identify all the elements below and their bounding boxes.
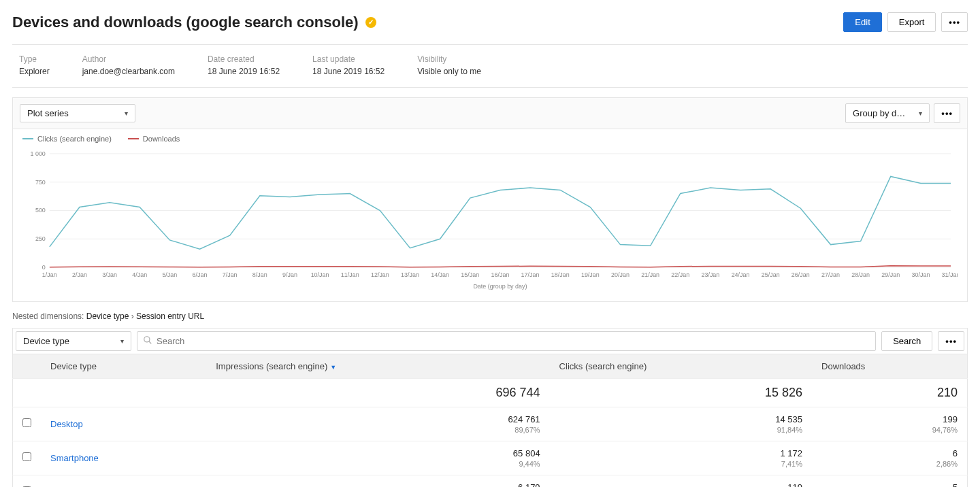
col-clicks[interactable]: Clicks (search engine) — [550, 354, 812, 378]
svg-text:5/Jan: 5/Jan — [162, 271, 177, 278]
table-more-button[interactable]: ••• — [938, 331, 964, 351]
svg-text:11/Jan: 11/Jan — [341, 271, 359, 278]
sort-desc-icon: ▼ — [330, 364, 336, 371]
edit-button[interactable]: Edit — [843, 12, 881, 32]
cell-clicks: 1190,75% — [550, 475, 812, 487]
col-clicks-label: Clicks (search engine) — [559, 361, 647, 371]
legend-downloads-label: Downloads — [143, 135, 180, 143]
row-checkbox[interactable] — [22, 418, 31, 427]
svg-text:4/Jan: 4/Jan — [132, 271, 147, 278]
col-downloads[interactable]: Downloads — [812, 354, 967, 378]
svg-text:500: 500 — [35, 207, 46, 214]
svg-text:6/Jan: 6/Jan — [193, 271, 208, 278]
table-row: Desktop624 76189,67%14 53591,84%19994,76… — [13, 407, 968, 441]
group-by-label: Group by d… — [853, 108, 905, 118]
line-chart: 02505007501 0001/Jan2/Jan3/Jan4/Jan5/Jan… — [22, 148, 958, 291]
more-button[interactable]: ••• — [941, 12, 968, 32]
svg-text:15/Jan: 15/Jan — [461, 271, 479, 278]
svg-text:250: 250 — [35, 235, 46, 242]
svg-text:27/Jan: 27/Jan — [821, 271, 840, 278]
cell-clicks: 1 1727,41% — [550, 441, 812, 475]
col-checkbox — [13, 354, 42, 378]
plot-series-label: Plot series — [27, 108, 69, 118]
svg-text:Date (group by day): Date (group by day) — [473, 283, 527, 290]
chart-more-button[interactable]: ••• — [934, 103, 960, 123]
dimension-select-label: Device type — [23, 336, 69, 346]
chevron-down-icon: ▾ — [125, 110, 128, 117]
meta-visibility-value: Visible only to me — [417, 67, 481, 78]
cell-clicks: 14 53591,84% — [550, 407, 812, 441]
svg-text:29/Jan: 29/Jan — [881, 271, 900, 278]
legend-swatch-downloads — [128, 138, 139, 139]
nested-dim2: Session entry URL — [136, 312, 204, 321]
svg-text:9/Jan: 9/Jan — [282, 271, 297, 278]
svg-text:17/Jan: 17/Jan — [521, 271, 540, 278]
svg-text:28/Jan: 28/Jan — [851, 271, 870, 278]
svg-point-42 — [144, 336, 150, 341]
data-table: Device type Impressions (search engine)▼… — [12, 354, 968, 487]
svg-text:3/Jan: 3/Jan — [102, 271, 117, 278]
svg-text:14/Jan: 14/Jan — [431, 271, 449, 278]
svg-text:24/Jan: 24/Jan — [732, 271, 750, 278]
cell-impressions: 65 8049,44% — [206, 441, 549, 475]
table-total-row: 696 74415 826210 — [13, 378, 968, 407]
status-badge: ✓ — [365, 17, 376, 28]
dimension-select[interactable]: Device type ▾ — [16, 331, 131, 351]
plot-series-select[interactable]: Plot series ▾ — [20, 104, 135, 122]
meta-updated-label: Last update — [312, 54, 385, 64]
svg-text:1 000: 1 000 — [30, 150, 45, 157]
export-button[interactable]: Export — [887, 12, 936, 32]
more-icon: ••• — [949, 17, 960, 27]
more-icon: ••• — [945, 336, 957, 346]
total-clicks: 15 826 — [550, 378, 812, 407]
nested-prefix: Nested dimensions: — [12, 312, 86, 321]
meta-author-label: Author — [82, 54, 175, 64]
svg-text:0: 0 — [42, 264, 46, 271]
nested-sep: › — [129, 312, 136, 321]
col-downloads-label: Downloads — [821, 361, 865, 371]
meta-created-label: Date created — [208, 54, 280, 64]
table-row: Smartphone65 8049,44%1 1727,41%62,86% — [13, 441, 968, 475]
cell-downloads: 62,86% — [812, 441, 967, 475]
svg-text:26/Jan: 26/Jan — [791, 271, 810, 278]
chart-panel: Plot series ▾ Group by d… ▾ ••• Clicks (… — [12, 97, 968, 302]
group-by-select[interactable]: Group by d… ▾ — [845, 103, 930, 123]
table-row: Tablet6 1790,89%1190,75%52,38% — [13, 475, 968, 487]
svg-text:750: 750 — [35, 178, 46, 185]
meta-type-value: Explorer — [19, 67, 50, 78]
svg-text:21/Jan: 21/Jan — [641, 271, 659, 278]
meta-created-value: 18 June 2019 16:52 — [208, 67, 280, 78]
svg-text:22/Jan: 22/Jan — [671, 271, 689, 278]
device-link[interactable]: Desktop — [50, 419, 83, 429]
chevron-down-icon: ▾ — [120, 337, 124, 345]
svg-text:10/Jan: 10/Jan — [311, 271, 329, 278]
svg-text:18/Jan: 18/Jan — [551, 271, 570, 278]
page-title: Devices and downloads (google search con… — [12, 14, 359, 31]
svg-text:20/Jan: 20/Jan — [611, 271, 630, 278]
svg-text:12/Jan: 12/Jan — [371, 271, 389, 278]
col-device[interactable]: Device type — [41, 354, 206, 378]
legend-clicks[interactable]: Clicks (search engine) — [22, 135, 112, 143]
total-impressions: 696 744 — [206, 378, 549, 407]
cell-downloads: 19994,76% — [812, 407, 967, 441]
meta-author-value: jane.doe@clearbank.com — [82, 67, 175, 78]
device-link[interactable]: Smartphone — [50, 453, 99, 463]
total-downloads: 210 — [812, 378, 967, 407]
search-icon — [143, 335, 152, 347]
col-impressions[interactable]: Impressions (search engine)▼ — [206, 354, 549, 378]
row-checkbox[interactable] — [22, 452, 31, 461]
meta-visibility-label: Visibility — [417, 54, 481, 64]
svg-text:19/Jan: 19/Jan — [581, 271, 600, 278]
search-button[interactable]: Search — [881, 331, 932, 351]
legend-downloads[interactable]: Downloads — [128, 135, 180, 143]
col-impressions-label: Impressions (search engine) — [216, 361, 327, 371]
svg-text:7/Jan: 7/Jan — [223, 271, 238, 278]
svg-text:30/Jan: 30/Jan — [911, 271, 930, 278]
svg-line-43 — [149, 341, 152, 343]
nested-dim1: Device type — [86, 312, 129, 321]
more-icon: ••• — [941, 108, 953, 118]
svg-text:8/Jan: 8/Jan — [252, 271, 267, 278]
cell-impressions: 624 76189,67% — [206, 407, 549, 441]
search-input[interactable] — [152, 332, 870, 350]
svg-text:25/Jan: 25/Jan — [762, 271, 780, 278]
